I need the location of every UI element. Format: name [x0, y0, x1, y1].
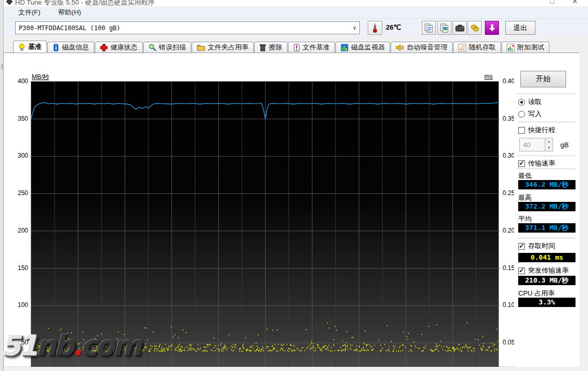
tab-label: 基准 — [28, 42, 42, 52]
save-results-icon — [470, 23, 480, 33]
tab-random-access[interactable]: 随机存取 — [453, 42, 501, 53]
tab-benchmark[interactable]: 基准 — [13, 41, 47, 53]
separator — [517, 94, 576, 94]
magnifier-icon — [148, 44, 156, 52]
download-button[interactable] — [485, 21, 499, 35]
temperature-button[interactable] — [368, 21, 382, 35]
thermometer-icon — [371, 23, 379, 33]
y-axis-left-tick: 400 — [10, 78, 28, 85]
screenshot-button[interactable] — [453, 21, 467, 35]
tab-label: 附加测试 — [517, 43, 544, 52]
y-axis-left-tick: 350 — [10, 115, 28, 122]
menu-bar: 文件(F) 帮助(H) — [4, 6, 588, 19]
screenshot-camera-icon — [455, 24, 465, 32]
tab-label: 擦除 — [269, 43, 282, 52]
access-time-checkbox[interactable]: 存取时间 — [518, 241, 555, 251]
tab-label: 随机存取 — [469, 43, 496, 52]
save-results-button[interactable] — [468, 21, 482, 35]
tab-label: 健康状态 — [110, 43, 137, 52]
tab-label: 磁盘信息 — [62, 43, 89, 52]
y-axis-left-tick: 200 — [10, 227, 28, 234]
radio-selected-icon — [518, 99, 525, 106]
tab-extra-tests[interactable]: 附加测试 — [502, 42, 549, 53]
benchmark-panel: MB/秒 ms 4000.403500.353000.302500.252000… — [4, 53, 579, 367]
burst-rate-label: 突发传输速率 — [528, 266, 569, 275]
drive-selector-value: P300-MTFDDAC100SAL (100 gB) — [19, 24, 120, 32]
health-cross-icon — [100, 44, 108, 52]
exit-button[interactable]: 退出 — [505, 21, 535, 35]
start-button[interactable]: 开始 — [520, 71, 566, 87]
menu-help[interactable]: 帮助(H) — [53, 7, 86, 18]
tab-disk-monitor[interactable]: 磁盘监视器 — [335, 42, 390, 53]
tab-health[interactable]: 健康状态 — [95, 42, 143, 53]
close-button[interactable]: ✕ — [567, 0, 583, 5]
scatter-dots-icon — [458, 44, 466, 52]
folder-icon — [197, 44, 205, 51]
chevron-down-icon: ∨ — [353, 24, 356, 31]
toolbar: P300-MTFDDAC100SAL (100 gB) ∨ 26℃ — [4, 19, 588, 36]
y-axis-left-tick: 150 — [10, 264, 28, 272]
burst-rate-checkbox[interactable]: 突发传输速率 — [518, 266, 569, 275]
extra-tests-icon — [507, 44, 515, 52]
short-stroke-checkbox[interactable]: 快捷行程 — [518, 125, 555, 135]
tab-aam[interactable]: 自动噪音管理 — [391, 42, 453, 53]
spinner-down-icon[interactable]: ▼ — [545, 145, 553, 151]
tab-error-scan[interactable]: 错误扫描 — [143, 42, 191, 53]
avg-label: 平均 — [518, 214, 532, 224]
window-bottom-edge — [4, 367, 588, 371]
separator — [517, 238, 576, 238]
checkbox-checked-icon — [518, 160, 525, 167]
tab-label: 磁盘监视器 — [351, 43, 385, 52]
access-time-label: 存取时间 — [528, 241, 555, 251]
write-radio[interactable]: 写入 — [518, 109, 542, 119]
info-icon — [53, 44, 59, 52]
short-stroke-size: 40 ▲▼ gB — [519, 138, 569, 151]
tab-disk-info[interactable]: 磁盘信息 — [47, 42, 94, 53]
min-value: 346.2 MB/秒 — [518, 180, 576, 189]
app-icon — [6, 0, 13, 6]
file-exclaim-icon — [293, 44, 300, 52]
cpu-usage-label: CPU 占用率 — [518, 289, 555, 298]
tab-label: 自动噪音管理 — [407, 43, 447, 52]
burst-rate-value: 210.3 MB/秒 — [518, 276, 576, 285]
menu-file[interactable]: 文件(F) — [13, 7, 46, 18]
tab-label: 错误扫描 — [159, 43, 186, 52]
tab-label: 文件基准 — [303, 43, 330, 52]
watermark: 51nb.com — [1, 329, 140, 362]
spinner-arrows[interactable]: ▲▼ — [545, 138, 553, 151]
max-value: 372.2 MB/秒 — [518, 202, 576, 211]
transfer-rate-checkbox[interactable]: 传输速率 — [518, 159, 555, 168]
maximize-button[interactable]: □ — [544, 0, 560, 5]
start-button-label: 开始 — [536, 74, 551, 84]
y-axis-right-unit: ms — [484, 73, 493, 80]
checkbox-unchecked-icon — [518, 127, 525, 134]
tab-file-benchmark[interactable]: 文件基准 — [288, 42, 335, 53]
short-stroke-unit-label: gB — [560, 141, 569, 149]
tab-erase[interactable]: 擦除 — [254, 42, 287, 53]
screen: ) HD Tune 专业版 5.50 - 硬盘/固态硬盘实用程序 □ ✕ 文件(… — [0, 0, 588, 371]
separator — [517, 169, 576, 169]
y-axis-left-tick: 100 — [10, 301, 28, 309]
spinner-up-icon[interactable]: ▲ — [545, 138, 553, 145]
y-axis-left-tick: 250 — [10, 189, 28, 197]
transfer-rate-label: 传输速率 — [528, 159, 555, 168]
copy-image-button[interactable] — [437, 21, 452, 35]
copy-report-button[interactable] — [422, 21, 436, 35]
radio-unselected-icon — [518, 111, 525, 118]
checkbox-checked-icon — [518, 267, 525, 274]
speaker-icon — [396, 44, 404, 52]
copy-report-icon — [424, 23, 433, 33]
y-axis-left-tick: 300 — [10, 152, 28, 159]
tab-folder-usage[interactable]: 文件夹占用率 — [192, 42, 254, 53]
avg-value: 371.1 MB/秒 — [518, 223, 576, 233]
checkbox-checked-icon — [518, 243, 525, 250]
separator — [517, 156, 576, 156]
read-radio[interactable]: 读取 — [518, 97, 542, 107]
write-radio-label: 写入 — [528, 109, 542, 119]
window-title: HD Tune 专业版 5.50 - 硬盘/固态硬盘实用程序 — [15, 0, 155, 6]
title-bar: HD Tune 专业版 5.50 - 硬盘/固态硬盘实用程序 □ ✕ — [4, 0, 588, 6]
min-label: 最低 — [518, 171, 532, 181]
short-stroke-size-input[interactable]: 40 — [519, 138, 545, 151]
drive-selector[interactable]: P300-MTFDDAC100SAL (100 gB) ∨ — [15, 21, 360, 34]
download-arrow-icon — [489, 24, 496, 32]
